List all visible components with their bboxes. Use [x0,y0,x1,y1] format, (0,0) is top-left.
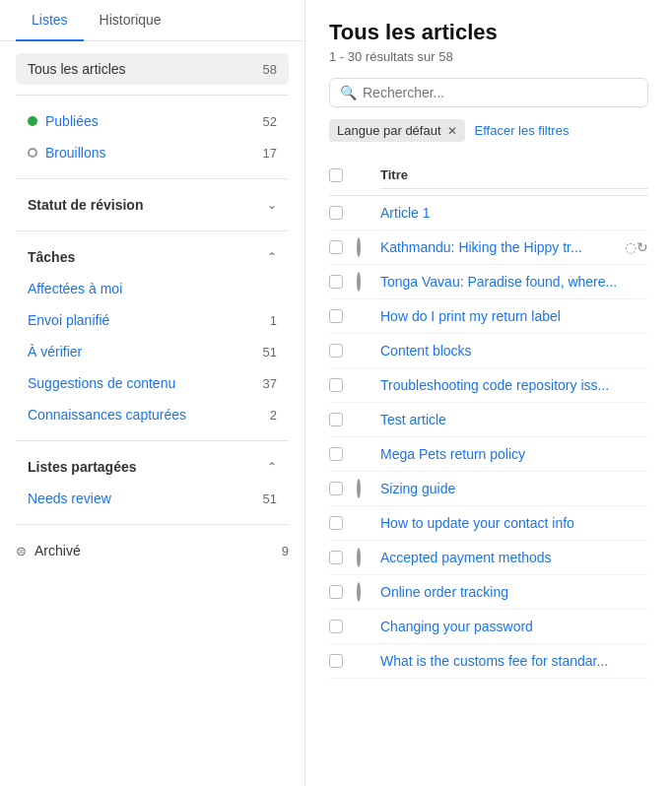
divider-3 [16,230,289,231]
row-checkbox-col [329,206,357,220]
row-checkbox[interactable] [329,516,343,530]
article-title-link[interactable]: Kathmandu: Hiking the Hippy tr... [380,239,582,255]
filter-chip[interactable]: Langue par défaut ✕ [329,119,465,142]
published-item-left: Publiées [28,113,99,129]
divider-5 [16,524,289,525]
search-box[interactable]: 🔍 [329,78,648,107]
row-checkbox[interactable] [329,344,343,358]
scheduled-label: Envoi planifié [28,312,109,328]
filter-chip-close-icon[interactable]: ✕ [447,124,457,138]
row-checkbox-col [329,620,357,633]
table-row[interactable]: Troubleshooting code repository iss... [329,368,648,403]
table-row[interactable]: What is the customs fee for standar... [329,644,648,679]
row-checkbox[interactable] [329,413,343,426]
to-verify-item[interactable]: À vérifier 51 [16,336,289,367]
all-articles-item[interactable]: Tous les articles 58 [16,53,289,85]
drafts-item[interactable]: Brouillons 17 [16,137,289,168]
archive-icon: ⊜ [16,544,27,558]
table-row[interactable]: Online order tracking [329,575,648,610]
article-title-link[interactable]: How do I print my return label [380,308,561,324]
row-checkbox[interactable] [329,620,343,633]
row-title-col: Changing your password [380,619,621,634]
archived-item-left: ⊜ Archivé [16,543,81,558]
table-row[interactable]: Sizing guide [329,472,648,506]
divider-1 [16,95,289,96]
row-checkbox[interactable] [329,482,343,495]
archived-count: 9 [282,544,289,558]
row-icon: ◌↻ [621,239,648,255]
article-title-link[interactable]: Changing your password [380,619,533,634]
row-checkbox[interactable] [329,551,343,564]
captured-knowledge-item[interactable]: Connaissances capturées 2 [16,399,289,430]
table-row[interactable]: Tonga Vavau: Paradise found, where... [329,265,648,299]
search-input[interactable] [363,85,638,100]
article-title-link[interactable]: Mega Pets return policy [380,446,525,462]
article-title-link[interactable]: Accepted payment methods [380,550,552,565]
tasks-section-header[interactable]: Tâches ⌃ [0,241,304,273]
row-title-col: How do I print my return label [380,308,621,324]
row-checkbox-col [329,275,357,289]
filter-chip-label: Langue par défaut [337,123,441,138]
revision-chevron-icon: ⌄ [267,198,277,212]
content-suggestions-item[interactable]: Suggestions de contenu 37 [16,367,289,399]
all-articles-count: 58 [263,62,277,77]
shared-lists-chevron-icon: ⌃ [267,460,277,474]
article-title-link[interactable]: Test article [380,412,446,427]
article-title-link[interactable]: Article 1 [380,205,431,221]
published-item[interactable]: Publiées 52 [16,105,289,137]
scheduled-count: 1 [270,313,277,328]
row-checkbox[interactable] [329,275,343,289]
row-checkbox-col [329,551,357,564]
article-title-link[interactable]: How to update your contact info [380,515,574,531]
content-suggestions-label: Suggestions de contenu [28,375,175,391]
needs-review-item[interactable]: Needs review 51 [16,483,289,514]
assigned-to-me-label: Affectées à moi [28,281,122,296]
article-title-link[interactable]: Sizing guide [380,481,455,496]
table-row[interactable]: Accepted payment methods [329,541,648,575]
article-title-link[interactable]: Online order tracking [380,584,508,600]
table-row[interactable]: Mega Pets return policy [329,437,648,472]
table-row[interactable]: How do I print my return label [329,299,648,334]
row-checkbox[interactable] [329,585,343,599]
row-checkbox[interactable] [329,447,343,461]
to-verify-label: À vérifier [28,344,82,360]
table-row[interactable]: Kathmandu: Hiking the Hippy tr... ◌↻ [329,230,648,265]
archived-item[interactable]: ⊜ Archivé 9 [0,535,304,566]
tab-historique[interactable]: Historique [84,0,177,41]
all-articles-label: Tous les articles [28,61,126,77]
row-checkbox-col [329,309,357,323]
table-row[interactable]: Changing your password [329,610,648,644]
row-title-col: Mega Pets return policy [380,446,621,462]
row-title-col: How to update your contact info [380,515,621,531]
row-checkbox[interactable] [329,378,343,392]
tab-listes[interactable]: Listes [16,0,84,41]
revision-section-header[interactable]: Statut de révision ⌄ [0,189,304,221]
select-all-checkbox[interactable] [329,168,343,182]
status-dot-icon [357,479,361,498]
row-checkbox[interactable] [329,309,343,323]
article-title-link[interactable]: Tonga Vavau: Paradise found, where... [380,274,617,290]
clear-filters-button[interactable]: Effacer les filtres [475,123,570,138]
results-count: 1 - 30 résultats sur 58 [329,49,648,64]
left-panel: Listes Historique Tous les articles 58 P… [0,0,305,786]
drafts-item-left: Brouillons [28,145,105,161]
scheduled-item[interactable]: Envoi planifié 1 [16,304,289,336]
shared-lists-header[interactable]: Listes partagées ⌃ [0,451,304,483]
row-checkbox[interactable] [329,206,343,220]
article-title-link[interactable]: What is the customs fee for standar... [380,653,608,669]
row-checkbox[interactable] [329,240,343,254]
right-panel: Tous les articles 1 - 30 résultats sur 5… [305,0,672,786]
all-articles-section: Tous les articles 58 [0,53,304,85]
article-title-link[interactable]: Troubleshooting code repository iss... [380,377,609,393]
table-row[interactable]: Article 1 [329,196,648,230]
article-title-link[interactable]: Content blocks [380,343,472,359]
table-row[interactable]: Test article [329,403,648,437]
shared-lists-label: Listes partagées [28,459,137,475]
published-count: 52 [263,114,277,129]
search-icon: 🔍 [340,85,357,100]
table-row[interactable]: How to update your contact info [329,506,648,541]
table-row[interactable]: Content blocks [329,334,648,368]
row-checkbox-col [329,516,357,530]
assigned-to-me-item[interactable]: Affectées à moi [16,273,289,304]
row-checkbox[interactable] [329,654,343,668]
